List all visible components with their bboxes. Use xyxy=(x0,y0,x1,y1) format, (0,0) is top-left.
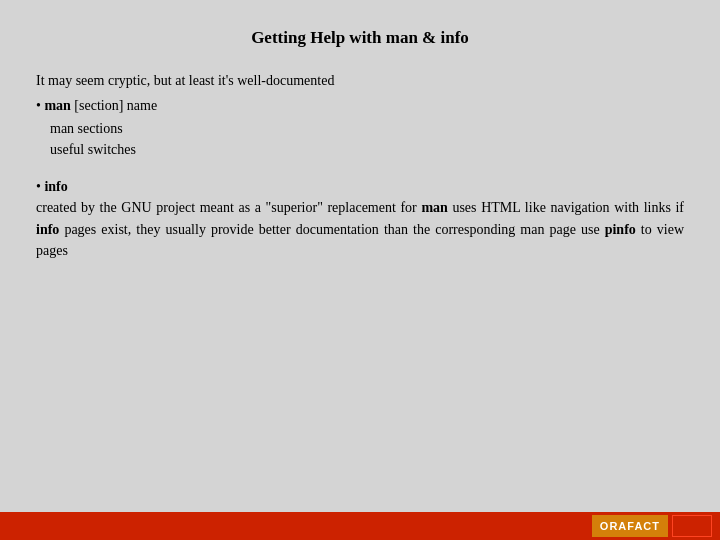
bullet2-item: • info xyxy=(36,176,684,197)
logo-box: ORAFACT xyxy=(592,515,668,537)
bullet1-indented: man sections useful switches xyxy=(50,118,684,160)
man-bold: man xyxy=(44,98,70,113)
red-block xyxy=(672,515,712,537)
slide-container: Getting Help with man & info It may seem… xyxy=(0,0,720,540)
info-bold-title: info xyxy=(44,179,67,194)
bullet1-section: • man [section] name man sections useful… xyxy=(36,95,684,160)
bullet2-section: • info created by the GNU project meant … xyxy=(36,176,684,262)
slide-title: Getting Help with man & info xyxy=(36,28,684,48)
info-paragraph: created by the GNU project meant as a "s… xyxy=(36,197,684,262)
content-area: Getting Help with man & info It may seem… xyxy=(0,0,720,540)
intro-text: It may seem cryptic, but at least it's w… xyxy=(36,73,334,88)
bottom-bar: ORAFACT xyxy=(0,512,720,540)
intro-line: It may seem cryptic, but at least it's w… xyxy=(36,70,684,91)
man-sections-line: man sections xyxy=(50,118,684,139)
info-bold2: info xyxy=(36,222,59,237)
bullet1-label: • man [section] name xyxy=(36,95,157,116)
pinfo-bold: pinfo xyxy=(605,222,636,237)
bullet1-item: • man [section] name xyxy=(36,95,684,116)
bullet2-label: • info xyxy=(36,176,68,197)
logo-text: ORAFACT xyxy=(600,520,660,532)
useful-switches-line: useful switches xyxy=(50,139,684,160)
body-text: It may seem cryptic, but at least it's w… xyxy=(36,70,684,262)
man-bold2: man xyxy=(421,200,447,215)
